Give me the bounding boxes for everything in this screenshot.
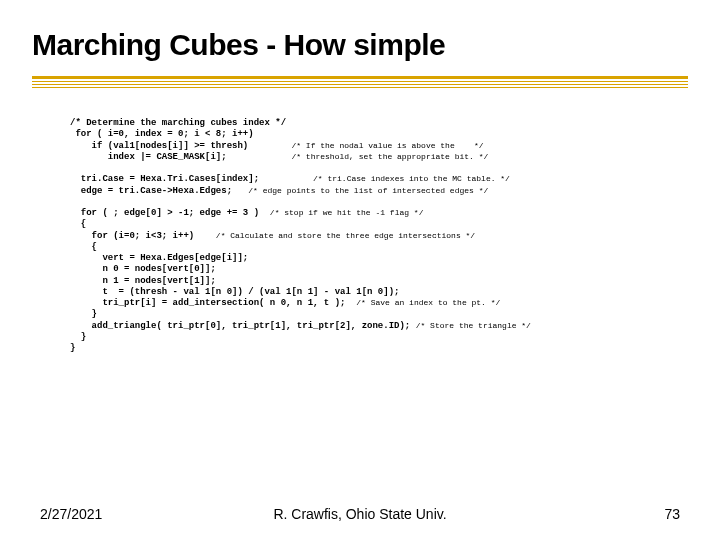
title-underline <box>32 76 688 90</box>
footer-author: R. Crawfis, Ohio State Univ. <box>0 506 720 522</box>
code-comment: /* Store the triangle */ <box>416 321 531 330</box>
code-line: tri_ptr[i] = add_intersection( n 0, n 1,… <box>70 298 345 308</box>
code-line: /* Determine the marching cubes index */ <box>70 118 286 128</box>
code-line: if (val1[nodes[i]] >= thresh) <box>70 141 248 151</box>
code-line: for ( ; edge[0] > -1; edge += 3 ) <box>70 208 259 218</box>
code-comment: /* If the nodal value is above the */ <box>291 141 483 150</box>
code-line: t = (thresh - val 1[n 0]) / (val 1[n 1] … <box>70 287 399 297</box>
code-line: for ( i=0, index = 0; i < 8; i++) <box>70 129 254 139</box>
code-comment: /* tri.Case indexes into the MC table. *… <box>313 174 510 183</box>
code-line: index |= CASE_MASK[i]; <box>70 152 227 162</box>
code-line: vert = Hexa.Edges[edge[i]]; <box>70 253 248 263</box>
code-comment: /* stop if we hit the -1 flag */ <box>270 208 424 217</box>
footer-page-number: 73 <box>664 506 680 522</box>
code-line: edge = tri.Case->Hexa.Edges; <box>70 186 232 196</box>
code-comment: /* threshold, set the appropriate bit. *… <box>291 152 488 161</box>
code-line: { <box>70 219 86 229</box>
slide-title: Marching Cubes - How simple <box>32 28 688 62</box>
code-comment: /* Calculate and store the three edge in… <box>216 231 475 240</box>
code-line: tri.Case = Hexa.Tri.Cases[index]; <box>70 174 259 184</box>
code-comment: /* Save an index to the pt. */ <box>356 298 500 307</box>
code-line: { <box>70 242 97 252</box>
code-line: add_triangle( tri_ptr[0], tri_ptr[1], tr… <box>70 321 410 331</box>
code-line: } <box>70 309 97 319</box>
code-line: for (i=0; i<3; i++) <box>70 231 194 241</box>
code-block: /* Determine the marching cubes index */… <box>70 118 690 354</box>
code-comment: /* edge points to the list of intersecte… <box>248 186 488 195</box>
code-line: } <box>70 343 75 353</box>
code-line: } <box>70 332 86 342</box>
code-line: n 0 = nodes[vert[0]]; <box>70 264 216 274</box>
code-line: n 1 = nodes[vert[1]]; <box>70 276 216 286</box>
